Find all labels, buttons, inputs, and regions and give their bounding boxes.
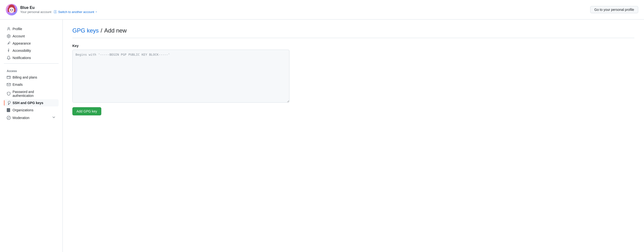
moderation-icon: [7, 116, 10, 120]
sidebar-item-label: Moderation: [12, 116, 30, 120]
org-icon: [7, 108, 10, 112]
sidebar-item-label: SSH and GPG keys: [12, 101, 44, 105]
breadcrumb-separator: /: [100, 27, 102, 34]
breadcrumb-link[interactable]: GPG keys: [72, 27, 99, 34]
switch-account-link[interactable]: Switch to another account: [53, 10, 98, 14]
user-info: Blue Eu Your personal account Switch to …: [20, 5, 98, 14]
sidebar-nav-main: Profile Account Appearance: [4, 25, 58, 61]
sidebar-item-account[interactable]: Account: [4, 32, 58, 40]
header: Blue Eu Your personal account Switch to …: [0, 0, 644, 19]
chevron-down-icon: [52, 115, 56, 120]
key-icon: [7, 101, 10, 105]
sidebar-item-accessibility[interactable]: Accessibility: [4, 47, 58, 54]
sidebar-item-notifications[interactable]: Notifications: [4, 54, 58, 61]
personal-profile-button[interactable]: Go to your personal profile: [590, 6, 638, 13]
sidebar-item-emails[interactable]: Emails: [4, 81, 58, 88]
breadcrumb-current: Add new: [104, 27, 127, 34]
sidebar-divider: [4, 63, 58, 64]
accessibility-icon: [7, 49, 10, 52]
sidebar-item-label: Accessibility: [12, 49, 31, 52]
bell-icon: [7, 56, 10, 60]
mail-icon: [7, 83, 10, 86]
key-form-group: Key: [72, 44, 634, 103]
sidebar: Profile Account Appearance: [0, 19, 63, 252]
access-section-label: Access: [4, 65, 58, 74]
title-divider: [72, 38, 634, 38]
key-textarea[interactable]: [72, 50, 290, 103]
sidebar-item-label: Appearance: [12, 41, 31, 45]
switch-label: Switch to another account: [58, 10, 94, 14]
page-breadcrumb: GPG keys / Add new: [72, 27, 634, 34]
main-content: GPG keys / Add new Key Add GPG key: [63, 19, 644, 252]
sidebar-item-moderation[interactable]: Moderation: [4, 114, 58, 122]
card-icon: [7, 75, 10, 79]
sidebar-item-label: Notifications: [12, 56, 31, 60]
sidebar-item-appearance[interactable]: Appearance: [4, 40, 58, 47]
switch-icon: [53, 10, 57, 14]
sidebar-item-label: Emails: [12, 83, 23, 86]
svg-point-9: [12, 10, 13, 10]
sidebar-item-label: Password and authentication: [12, 90, 56, 98]
user-subtitle: Your personal account: [20, 10, 52, 14]
sidebar-item-label: Profile: [12, 27, 22, 31]
sidebar-item-label: Organizations: [12, 108, 33, 112]
sidebar-item-ssh[interactable]: SSH and GPG keys: [4, 99, 58, 106]
user-name: Blue Eu: [20, 5, 98, 10]
key-label: Key: [72, 44, 634, 48]
header-left: Blue Eu Your personal account Switch to …: [6, 4, 98, 15]
add-gpg-key-button[interactable]: Add GPG key: [72, 107, 101, 115]
layout: Profile Account Appearance: [0, 19, 644, 252]
avatar: [6, 4, 17, 15]
svg-point-5: [9, 7, 14, 13]
chevron-down-icon: [95, 10, 98, 13]
paintbrush-icon: [7, 41, 10, 45]
sidebar-item-profile[interactable]: Profile: [4, 25, 58, 32]
person-icon: [7, 27, 10, 31]
sidebar-item-label: Billing and plans: [12, 75, 37, 79]
sidebar-nav-access: Billing and plans Emails Password an: [4, 74, 58, 122]
sidebar-item-label: Account: [12, 34, 25, 38]
user-subtitle-row: Your personal account Switch to another …: [20, 10, 98, 14]
sidebar-item-organizations[interactable]: Organizations: [4, 106, 58, 114]
sidebar-item-password[interactable]: Password and authentication: [4, 88, 58, 99]
svg-point-8: [10, 10, 11, 10]
sidebar-item-billing[interactable]: Billing and plans: [4, 74, 58, 81]
shield-icon: [7, 92, 10, 96]
gear-icon: [7, 34, 10, 38]
